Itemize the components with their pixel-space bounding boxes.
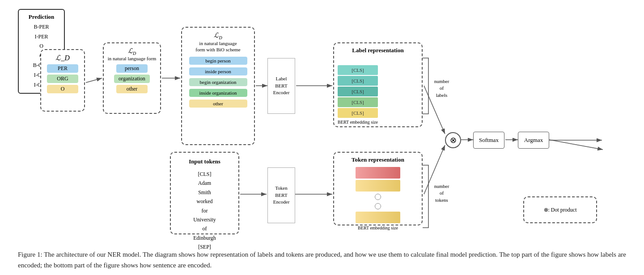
argmax-label: Argmax <box>524 137 543 144</box>
cls-block-3: [CLS] <box>338 87 378 96</box>
prediction-title: Prediction <box>22 13 60 21</box>
chip-o: O <box>47 85 78 93</box>
cls-block-2: [CLS] <box>338 76 378 86</box>
box-label-representation: Label representation [CLS] [CLS] [CLS] [… <box>333 42 423 127</box>
dot-product-label: ⊗: Dot product <box>544 207 577 213</box>
token-bar-1 <box>356 167 400 179</box>
token-encoder-label: TokenBERTEncoder <box>273 185 290 205</box>
ld1-title: ℒ_D <box>55 54 70 62</box>
label-rep-title: Label representation <box>338 47 418 54</box>
argmax-box: Argmax <box>518 132 549 149</box>
chip-person: person <box>116 64 148 73</box>
input-tokens-text: [CLS]AdamSmithworkedforUniversityofEdinb… <box>193 170 216 252</box>
input-tokens-title: Input tokens <box>189 158 220 165</box>
chip-other: other <box>116 85 148 93</box>
cls-block-5: [CLS] <box>338 108 378 118</box>
bert-embedding-label: BERT embedding size <box>338 120 378 125</box>
ld2-subtitle: in natural language form <box>108 56 156 61</box>
main-container: ℒ_D PER ORG O ℒD in natural language for… <box>0 0 644 275</box>
diagram-area: ℒ_D PER ORG O ℒD in natural language for… <box>18 9 626 241</box>
label-encoder-label: LabelBERTEncoder <box>273 75 290 96</box>
number-of-labels: numberoflabels <box>429 78 454 99</box>
chip-inside-person: inside person <box>189 67 247 75</box>
box-ld3: ℒD in natural languageform with BiO sche… <box>181 27 255 145</box>
cls-container: [CLS] [CLS] [CLS] [CLS] [CLS] <box>338 65 418 118</box>
number-of-tokens: numberoftokens <box>429 183 454 204</box>
chip-inside-organization: inside organization <box>189 89 247 97</box>
caption-text: Figure 1: The architecture of our NER mo… <box>18 251 626 269</box>
svg-line-1 <box>86 78 102 83</box>
bert-embedding-size-token: BERT embedding size <box>338 225 418 230</box>
softmax-box: Softmax <box>473 132 504 149</box>
token-bars-container <box>338 167 418 223</box>
ld3-subtitle: in natural languageform with BiO scheme <box>195 40 241 53</box>
box-ld1: ℒ_D PER ORG O <box>40 49 85 112</box>
ld2-title: ℒD <box>128 47 136 56</box>
cls-block-1: [CLS] <box>338 65 378 75</box>
token-rep-title: Token representation <box>338 156 418 163</box>
argmax-arrow <box>549 132 605 167</box>
box-token-representation: Token representation BERT embedding size <box>333 152 423 225</box>
box-ld2: ℒD in natural language form person organ… <box>103 42 161 114</box>
dot-product-legend: ⊗: Dot product <box>523 196 597 223</box>
chip-other-bio: other <box>189 100 247 108</box>
chip-begin-person: begin person <box>189 57 247 65</box>
ld3-title: ℒD <box>214 31 222 40</box>
softmax-label: Softmax <box>479 137 499 144</box>
figure-caption: Figure 1: The architecture of our NER mo… <box>18 249 626 271</box>
token-circle-2 <box>375 203 381 209</box>
token-bert-encoder: TokenBERTEncoder <box>267 167 295 223</box>
token-circle-1 <box>375 194 381 200</box>
cls-block-4: [CLS] <box>338 97 378 107</box>
chip-org: ORG <box>47 75 78 83</box>
chip-begin-organization: begin organization <box>189 78 247 86</box>
chip-per: PER <box>47 64 78 73</box>
label-bert-encoder: LabelBERTEncoder <box>267 58 295 114</box>
chip-organization: organization <box>114 75 150 83</box>
token-bar-3 <box>356 212 400 223</box>
token-bar-2 <box>356 180 400 192</box>
otimes-symbol: ⊗ <box>445 132 461 148</box>
box-input-tokens: Input tokens [CLS]AdamSmithworkedforUniv… <box>170 152 239 234</box>
